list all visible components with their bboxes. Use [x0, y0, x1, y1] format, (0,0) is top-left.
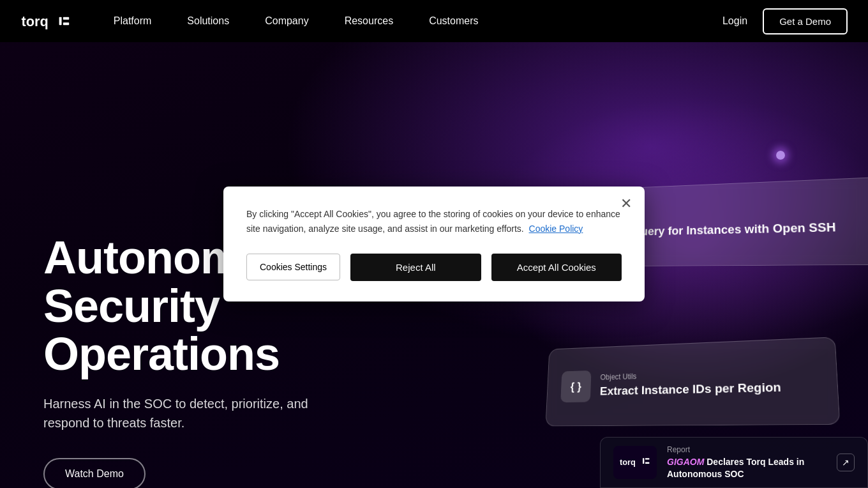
cookie-overlay: ✕ By clicking "Accept All Cookies", you … [0, 0, 868, 488]
cookie-policy-link[interactable]: Cookie Policy [529, 224, 583, 234]
cookies-settings-button[interactable]: Cookies Settings [246, 254, 340, 280]
reject-all-button[interactable]: Reject All [350, 254, 481, 281]
cookie-modal: ✕ By clicking "Accept All Cookies", you … [223, 187, 645, 301]
cookie-text: By clicking "Accept All Cookies", you ag… [246, 207, 622, 236]
cookie-close-button[interactable]: ✕ [620, 197, 632, 211]
cookie-buttons: Cookies Settings Reject All Accept All C… [246, 254, 622, 281]
accept-all-button[interactable]: Accept All Cookies [491, 254, 622, 281]
